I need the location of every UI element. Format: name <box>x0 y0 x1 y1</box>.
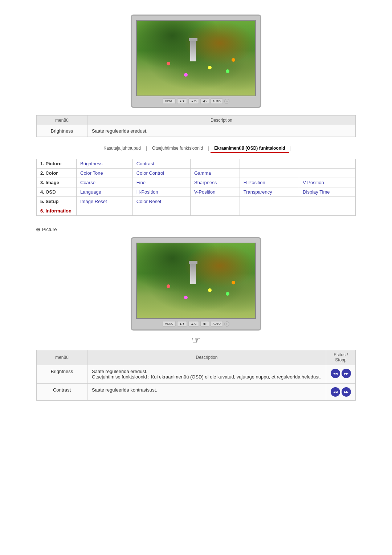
bottom-table-row: BrightnessSaate reguleerida eredust.Otse… <box>37 365 356 384</box>
osd-link[interactable]: Sharpness <box>194 180 217 185</box>
power-btn-1[interactable]: ○ <box>224 99 229 104</box>
osd-row-cell[interactable]: Contrast <box>132 159 190 169</box>
menu-btn-1[interactable]: MENU <box>163 98 176 104</box>
osd-link[interactable]: Brightness <box>80 161 102 166</box>
prev-btn[interactable] <box>331 387 340 397</box>
osd-link[interactable]: H-Position <box>244 180 265 185</box>
osd-row-cell <box>299 169 356 178</box>
section-heading-text: Picture <box>42 227 57 232</box>
next-btn[interactable] <box>342 369 351 378</box>
osd-row-cell <box>132 206 190 216</box>
bottom-table-row: ContrastSaate reguleerida kontrastsust. <box>37 384 356 401</box>
bottom-row-desc: Saate reguleerida eredust.Otsejuhtimise … <box>87 365 326 384</box>
garden-bg-1 <box>137 21 255 96</box>
section-heading: Picture <box>36 227 356 232</box>
prev-btn[interactable] <box>331 369 340 378</box>
bottom-row-desc: Saate reguleerida kontrastsust. <box>87 384 326 401</box>
osd-row-cell[interactable]: Gamma <box>191 169 240 178</box>
osd-row-cell[interactable]: Fine <box>132 178 190 187</box>
table1-col2-header: Description <box>87 116 356 125</box>
nav-tab-2[interactable]: Otsejuhtimise funktsioonid <box>148 144 207 153</box>
osd-row-cell <box>240 169 299 178</box>
osd-row-cell[interactable]: Image Reset <box>77 197 133 206</box>
power-btn-2[interactable]: ○ <box>224 321 229 327</box>
brightness-btn-1[interactable]: ▲▼ <box>177 98 187 104</box>
osd-table-row: 3. ImageCoarseFineSharpnessH-PositionV-P… <box>37 178 356 187</box>
radio-dot-icon <box>36 228 40 231</box>
osd-row-cell[interactable]: Sharpness <box>191 178 240 187</box>
osd-row-label: 6. Information <box>37 206 77 216</box>
info-table-1: menüü Description Brightness Saate regul… <box>36 115 356 137</box>
nav-tab-3[interactable]: Ekraanimenüü (OSD) funktsioonid <box>211 144 289 153</box>
osd-table-row: 5. SetupImage ResetColor Reset <box>37 197 356 206</box>
pagoda-2 <box>190 262 196 284</box>
bottom-row-btns[interactable] <box>326 365 356 384</box>
next-btn[interactable] <box>342 387 351 397</box>
osd-row-cell[interactable]: H-Position <box>240 178 299 187</box>
osd-row-cell[interactable]: Brightness <box>77 159 133 169</box>
osd-row-cell <box>77 206 133 216</box>
osd-row-cell[interactable]: H-Position <box>132 187 190 197</box>
osd-link[interactable]: Gamma <box>194 170 211 176</box>
osd-row-cell[interactable]: V-Position <box>191 187 240 197</box>
osd-row-cell <box>299 197 356 206</box>
auto-btn-2[interactable]: AUTO <box>211 321 223 327</box>
osd-link[interactable]: Contrast <box>136 161 154 166</box>
osd-link[interactable]: V-Position <box>303 180 324 185</box>
osd-row-label: 5. Setup <box>37 197 77 206</box>
bottom-row-btns[interactable] <box>326 384 356 401</box>
osd-row-cell[interactable]: Language <box>77 187 133 197</box>
menu-btn-2[interactable]: MENU <box>163 321 176 327</box>
bottom-table-col3-header: Esitus / Stopp <box>326 350 356 365</box>
nav-sep-1: | <box>145 144 148 153</box>
osd-row-cell <box>191 159 240 169</box>
bottom-row-menu: Contrast <box>37 384 87 401</box>
osd-link[interactable]: H-Position <box>136 189 158 195</box>
osd-row-cell <box>191 206 240 216</box>
osd-link[interactable]: Color Control <box>136 170 164 176</box>
lantern-red-2 <box>167 284 170 288</box>
osd-row-cell[interactable]: V-Position <box>299 178 356 187</box>
input-btn-2[interactable]: ◀▷ <box>200 321 209 327</box>
lantern-yellow-2 <box>208 288 212 292</box>
brightness-btn-2[interactable]: ▲▼ <box>177 321 187 327</box>
auto-gain-btn-1[interactable]: ▲/G <box>188 98 199 104</box>
osd-link[interactable]: Color Reset <box>136 199 162 204</box>
osd-row-cell <box>191 197 240 206</box>
bottom-table: menüü Description Esitus / Stopp Brightn… <box>36 350 356 401</box>
osd-row-label: 4. OSD <box>37 187 77 197</box>
osd-link[interactable]: Image Reset <box>80 199 107 204</box>
osd-row-cell[interactable]: Color Control <box>132 169 190 178</box>
table1-row1-desc: Saate reguleerida eredust. <box>87 125 356 137</box>
lantern-orange <box>232 58 235 62</box>
osd-link[interactable]: Coarse <box>80 180 95 185</box>
nav-tab-1[interactable]: Kasutaja juhtnupud <box>100 144 144 153</box>
bottom-table-col1-header: menüü <box>37 350 87 365</box>
osd-row-cell[interactable]: Coarse <box>77 178 133 187</box>
lantern-red <box>167 62 170 65</box>
osd-row-cell[interactable]: Color Reset <box>132 197 190 206</box>
osd-row-label: 3. Image <box>37 178 77 187</box>
osd-link[interactable]: Fine <box>136 180 146 185</box>
monitor-controls-2: MENU ▲▼ ▲/G ◀▷ AUTO ○ <box>136 321 256 327</box>
lantern-green-2 <box>226 292 229 296</box>
auto-gain-btn-2[interactable]: ▲/G <box>188 321 199 327</box>
osd-row-cell[interactable]: Transparency <box>240 187 299 197</box>
monitor-2-container: MENU ▲▼ ▲/G ◀▷ AUTO ○ <box>36 237 356 331</box>
lantern-orange-2 <box>232 281 235 284</box>
osd-row-cell[interactable]: Color Tone <box>77 169 133 178</box>
osd-link[interactable]: V-Position <box>194 189 216 195</box>
input-btn-1[interactable]: ◀▷ <box>200 98 209 104</box>
auto-btn-1[interactable]: AUTO <box>211 98 223 104</box>
osd-row-cell <box>240 159 299 169</box>
osd-link[interactable]: Transparency <box>244 189 272 195</box>
monitor-screen-2 <box>136 243 256 319</box>
lantern-green <box>226 69 229 73</box>
osd-link[interactable]: Display Time <box>303 189 330 195</box>
osd-link[interactable]: Language <box>80 189 101 195</box>
osd-link[interactable]: Color Tone <box>80 170 103 176</box>
nav-tabs: Kasutaja juhtnupud | Otsejuhtimise funkt… <box>36 144 356 153</box>
monitor-screen-1 <box>136 20 256 96</box>
osd-row-cell[interactable]: Display Time <box>299 187 356 197</box>
osd-table: 1. PictureBrightnessContrast2. ColorColo… <box>36 159 356 216</box>
